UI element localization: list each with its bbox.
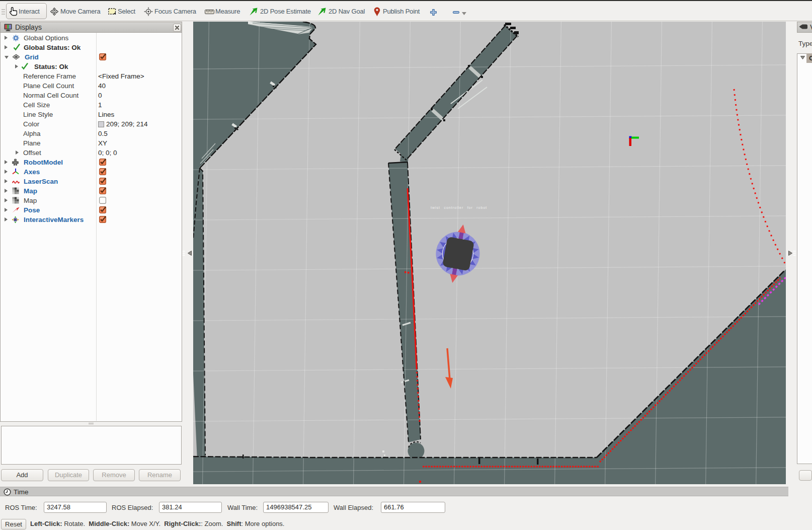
svg-text:twist controller for robot: twist controller for robot: [431, 206, 487, 209]
